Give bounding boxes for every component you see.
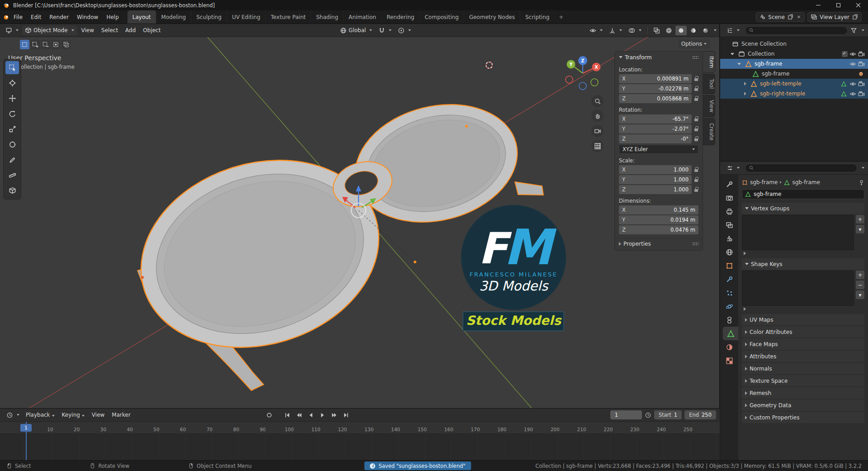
lock-icon[interactable] [694, 116, 698, 122]
field-dimensions-y[interactable]: Y0.0194 m [619, 215, 698, 224]
drag-grip-icon[interactable] [692, 242, 698, 245]
properties-tab-object-data[interactable] [723, 327, 738, 340]
shading-solid-button[interactable] [675, 26, 687, 35]
timeline-menu-keying[interactable]: Keying [58, 410, 88, 419]
sidebar-tab-create[interactable]: Create [703, 118, 715, 145]
eye-icon[interactable] [849, 90, 856, 97]
properties-tab-output[interactable] [720, 205, 738, 218]
shading-rendered-button[interactable] [700, 26, 711, 35]
workspace-tab-geometry-nodes[interactable]: Geometry Nodes [464, 10, 520, 24]
workspace-tab-animation[interactable]: Animation [344, 10, 382, 24]
mode-intersect-button[interactable] [61, 40, 71, 49]
sidebar-tab-tool[interactable]: Tool [703, 74, 715, 94]
auto-keying-button[interactable] [264, 410, 274, 420]
properties-tab-constraints[interactable] [720, 313, 738, 327]
list-filter-expand-icon[interactable] [744, 307, 746, 311]
lock-icon[interactable] [694, 76, 698, 81]
tool-move[interactable] [5, 92, 19, 105]
sidebar-tab-item[interactable]: Item [703, 51, 715, 73]
panel-normals[interactable]: Normals [742, 363, 864, 374]
frame-start-field[interactable]: Start1 [654, 410, 682, 419]
tool-select-box[interactable] [5, 61, 19, 74]
filter-icon[interactable] [850, 27, 857, 34]
next-key-button[interactable] [329, 410, 340, 420]
frame-end-field[interactable]: End250 [684, 410, 716, 419]
viewport-menu-view[interactable]: View [78, 26, 98, 35]
mode-subtract-button[interactable] [41, 40, 50, 49]
axis-z-neg-ball[interactable] [579, 82, 586, 90]
lock-icon[interactable] [694, 96, 698, 101]
menu-help[interactable]: Help [102, 14, 123, 20]
properties-tab-view-layer[interactable] [720, 218, 738, 232]
unlink-scene-icon[interactable]: ✕ [796, 14, 802, 19]
timeline-tracks[interactable] [0, 434, 720, 460]
panel-shape-keys[interactable]: Shape Keys [742, 258, 864, 270]
jump-end-button[interactable] [340, 410, 351, 420]
tool-annotate[interactable] [5, 153, 19, 167]
proportional-editing-toggle[interactable] [395, 26, 414, 35]
camera-icon[interactable] [858, 81, 865, 87]
field-location-x[interactable]: X0.000891 m [619, 74, 692, 83]
properties-tab-object[interactable] [720, 259, 738, 272]
properties-tab-scene[interactable] [720, 232, 738, 245]
add-button[interactable]: + [856, 271, 864, 279]
rotation-mode-dropdown[interactable]: XYZ Euler [619, 145, 698, 154]
properties-search-input[interactable] [745, 164, 857, 172]
drag-grip-icon[interactable] [692, 56, 698, 59]
shading-wireframe-button[interactable] [663, 26, 675, 35]
chevron-down-icon[interactable] [862, 29, 864, 31]
lock-icon[interactable] [694, 187, 698, 192]
overlays-dropdown[interactable] [626, 26, 644, 35]
eye-icon[interactable] [849, 81, 856, 87]
list-filter-expand-icon[interactable] [744, 252, 746, 255]
timeline-editor-type-button[interactable] [4, 410, 22, 420]
outliner-editor-type-button[interactable] [724, 26, 742, 35]
new-scene-icon[interactable] [787, 14, 794, 20]
tool-rotate[interactable] [5, 107, 19, 120]
panel-face-maps[interactable]: Face Maps [742, 338, 864, 350]
jump-start-button[interactable] [282, 410, 292, 420]
tool-scale[interactable] [5, 123, 19, 136]
field-location-z[interactable]: Z0.005868 m [619, 94, 692, 103]
workspace-tab-layout[interactable]: Layout [127, 10, 156, 24]
timeline-menu-marker[interactable]: Marker [108, 410, 134, 419]
camera-icon[interactable] [858, 51, 865, 57]
view-layer-selector[interactable]: View Layer [807, 12, 862, 22]
add-workspace-button[interactable]: + [555, 10, 567, 24]
lock-icon[interactable] [694, 136, 698, 142]
workspace-tab-compositing[interactable]: Compositing [420, 10, 464, 24]
chevron-down-icon[interactable] [862, 167, 864, 169]
play-button[interactable] [317, 410, 328, 420]
outliner-row-sgb-frame[interactable]: sgb-frame [720, 69, 868, 79]
lock-icon[interactable] [694, 177, 698, 182]
object-visibility-dropdown[interactable] [587, 26, 605, 35]
panel-uv-maps[interactable]: UV Maps [742, 314, 864, 325]
menu-window[interactable]: Window [73, 14, 102, 20]
properties-tab-physics[interactable] [720, 300, 738, 313]
scene-selector[interactable]: Scene ✕ [756, 12, 805, 22]
breadcrumb-data[interactable]: sgb-frame [792, 179, 820, 186]
transform-orientation-dropdown[interactable]: Global [337, 26, 375, 35]
xray-toggle[interactable] [651, 26, 662, 35]
properties-panel-header[interactable]: Properties [615, 238, 703, 249]
workspace-tab-modeling[interactable]: Modeling [156, 10, 192, 24]
timeline-body[interactable]: 1102030405060708090100110120130140150160… [0, 422, 720, 460]
field-rotation-x[interactable]: X-65.7° [619, 114, 692, 124]
lock-icon[interactable] [694, 126, 698, 132]
eye-icon[interactable] [849, 61, 856, 67]
workspace-tab-rendering[interactable]: Rendering [382, 10, 420, 24]
toggle-ortho-button[interactable] [591, 140, 604, 152]
remove-button[interactable]: − [856, 281, 864, 289]
add-button[interactable]: + [856, 215, 864, 224]
properties-tab-particles[interactable] [720, 286, 738, 300]
playhead-frame-badge[interactable]: 1 [20, 424, 32, 432]
transform-panel-header[interactable]: Transform [615, 52, 703, 63]
current-frame-field[interactable]: 1 [610, 410, 642, 419]
navigation-gizmo[interactable]: Z X Y [566, 56, 601, 90]
axis-y-neg-ball[interactable] [591, 79, 598, 86]
tool-add-cube[interactable] [5, 184, 19, 197]
workspace-tab-sculpting[interactable]: Sculpting [191, 10, 227, 24]
workspace-tab-scripting[interactable]: Scripting [520, 10, 555, 24]
outliner-row-scene-collection[interactable]: Scene Collection [720, 39, 868, 49]
field-rotation-y[interactable]: Y-2.07° [619, 124, 692, 133]
